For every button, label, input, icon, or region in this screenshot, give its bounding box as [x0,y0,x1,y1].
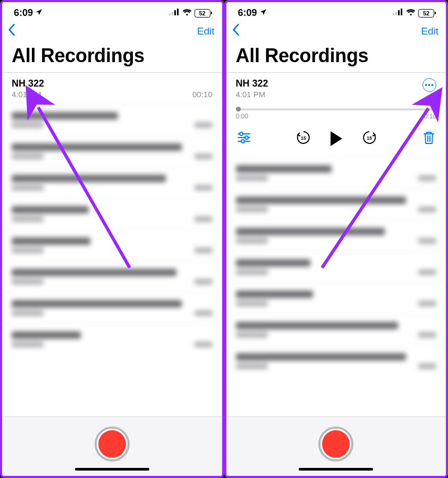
list-item[interactable] [226,345,446,377]
playback-scrubber[interactable]: 0:00 -0:10 [236,108,437,120]
svg-rect-6 [395,12,397,15]
wifi-icon [182,7,192,19]
list-item[interactable] [2,261,222,292]
list-item[interactable] [226,220,446,251]
svg-point-10 [240,132,243,135]
cellular-icon [393,7,403,19]
battery-icon: 52 [195,9,210,18]
sliders-icon [237,132,251,143]
svg-rect-5 [393,13,394,15]
recording-time: 4:01 PM [12,90,41,99]
list-item[interactable] [2,104,222,135]
location-icon [259,7,267,19]
skip-forward-15-button[interactable]: 15 [361,130,377,148]
svg-rect-1 [172,12,173,15]
location-icon [35,7,43,19]
recording-duration: 00:10 [192,90,213,99]
list-item[interactable] [226,314,446,345]
skip-forward-15-icon: 15 [361,130,377,146]
edit-button[interactable]: Edit [197,25,215,37]
back-button[interactable] [232,23,240,39]
record-icon [322,430,350,458]
record-button[interactable] [95,426,130,462]
nav-bar: Edit [2,20,222,45]
recording-time: 4:01 PM [236,90,268,99]
list-item[interactable] [2,135,222,167]
recording-row[interactable]: NH 322 4:01 PM 00:10 [2,72,222,104]
playback-options-button[interactable] [237,132,251,146]
list-item[interactable] [226,189,446,220]
svg-rect-3 [177,8,179,15]
play-icon [331,131,342,146]
list-item[interactable] [2,323,222,355]
play-button[interactable] [331,131,342,146]
record-footer [2,416,222,476]
svg-rect-0 [169,13,171,15]
svg-rect-8 [401,8,402,15]
skip-back-15-icon: 15 [295,130,311,146]
status-bar: 6:09 52 [2,2,222,20]
page-title: All Recordings [226,45,446,72]
delete-button[interactable] [422,131,435,147]
recording-title: NH 322 [12,78,213,89]
list-item[interactable] [2,292,222,323]
wifi-icon [406,7,416,19]
recordings-list: NH 322 4:01 PM ••• 0:00 -0:10 [226,72,446,416]
record-footer [226,416,446,476]
list-item[interactable] [2,229,222,261]
trash-icon [422,131,435,144]
elapsed-time: 0:00 [236,113,248,120]
skip-back-15-button[interactable]: 15 [295,130,311,148]
ellipsis-icon: ••• [425,81,434,89]
list-item[interactable] [226,157,446,189]
list-item[interactable] [226,251,446,283]
left-screen: 6:09 52 Edit All Recordings NH 322 4:01 … [0,0,224,478]
recordings-list: NH 322 4:01 PM 00:10 [2,72,222,416]
remaining-time: -0:10 [422,113,436,120]
edit-button[interactable]: Edit [421,25,438,37]
svg-rect-2 [174,10,176,15]
back-button[interactable] [7,23,16,39]
svg-rect-7 [398,10,400,15]
svg-text:15: 15 [301,135,306,141]
recording-title: NH 322 [236,78,268,89]
status-bar: 6:09 52 [226,2,446,20]
home-indicator[interactable] [299,468,373,471]
recording-row-expanded[interactable]: NH 322 4:01 PM ••• 0:00 -0:10 [226,72,446,157]
status-time: 6:09 [238,7,257,19]
record-icon [98,430,126,458]
status-time: 6:09 [14,7,33,19]
record-button[interactable] [318,426,353,462]
cellular-icon [169,7,180,19]
battery-icon: 52 [418,9,434,18]
more-options-button[interactable]: ••• [422,78,436,92]
page-title: All Recordings [2,45,222,72]
svg-point-14 [241,140,244,143]
list-item[interactable] [2,167,222,198]
list-item[interactable] [2,198,222,229]
home-indicator[interactable] [75,468,149,471]
list-item[interactable] [226,283,446,314]
svg-text:15: 15 [367,135,372,141]
svg-point-12 [245,136,248,139]
nav-bar: Edit [226,20,446,45]
right-screen: 6:09 52 Edit All Recordings NH 322 [224,0,449,478]
